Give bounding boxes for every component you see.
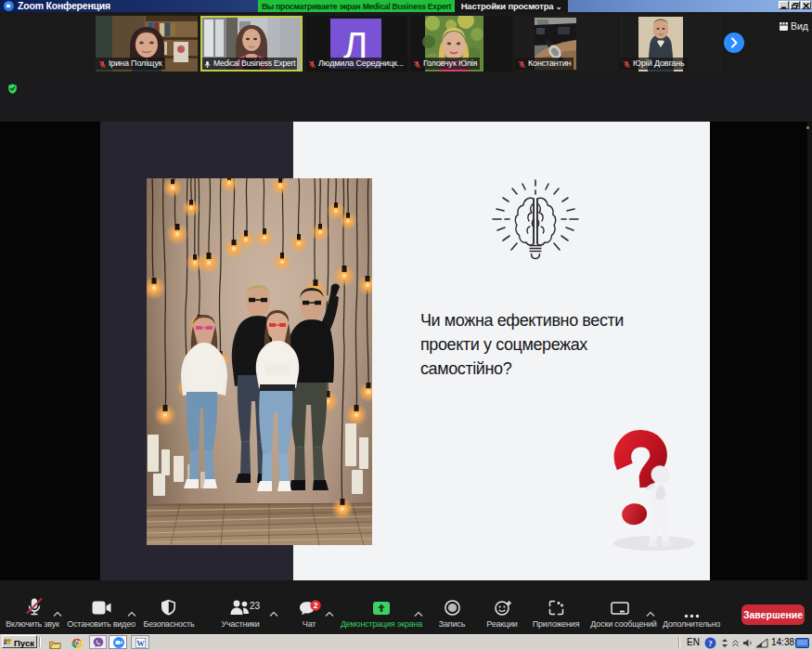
svg-text:2: 2	[314, 601, 318, 610]
svg-text:?: ?	[708, 639, 713, 648]
svg-text:W: W	[136, 638, 145, 647]
